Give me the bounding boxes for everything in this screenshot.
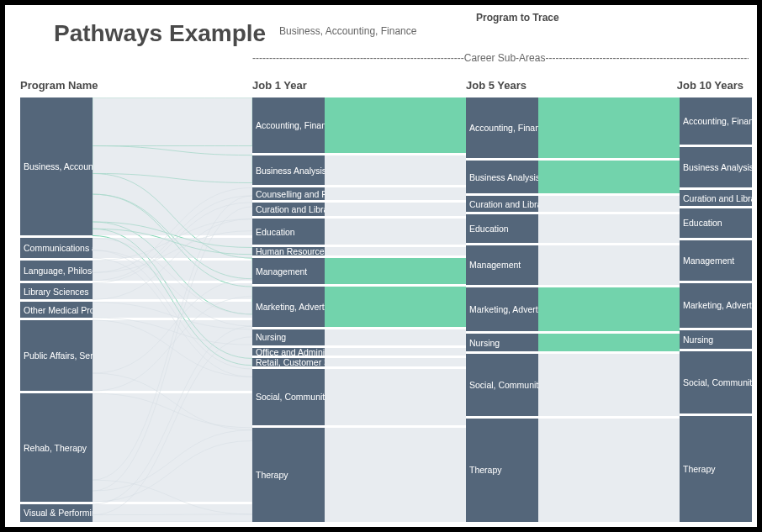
sankey-node[interactable]: Accounting, Finance xyxy=(680,97,752,145)
sankey-node[interactable]: Counselling and Psy xyxy=(252,187,325,199)
sankey-flow xyxy=(538,97,680,158)
sankey-node[interactable]: Social, Community a xyxy=(680,351,752,414)
sankey-flow xyxy=(325,428,466,522)
sankey-node[interactable]: Curation and Library xyxy=(680,190,752,206)
column-header: Program Name xyxy=(20,79,98,92)
sankey-flow xyxy=(538,196,680,211)
sankey-node[interactable]: Nursing xyxy=(466,334,538,351)
sankey-flow xyxy=(93,393,252,502)
trace-label: Program to Trace xyxy=(476,12,559,24)
sankey-flow xyxy=(93,97,252,235)
sankey-flow xyxy=(93,238,252,258)
sankey-flow xyxy=(93,261,252,281)
sankey-flow xyxy=(538,287,680,331)
sankey-node[interactable]: Marketing, Advertisi xyxy=(680,283,752,328)
sankey-flow xyxy=(325,369,466,425)
sankey-node[interactable]: Accounting, Finance xyxy=(252,97,325,153)
sankey-flow xyxy=(538,245,680,285)
sankey-node[interactable]: Education xyxy=(466,214,538,243)
sankey-node[interactable]: Marketing, Advertisi xyxy=(466,287,538,331)
sankey-node[interactable]: Other Medical Profe xyxy=(20,302,93,317)
sankey-flow xyxy=(538,214,680,243)
sankey-flow xyxy=(325,287,466,327)
sankey-node[interactable]: Business, Accountin xyxy=(20,97,93,235)
sankey-node[interactable]: Management xyxy=(466,245,538,285)
sankey-flow xyxy=(538,419,680,522)
sankey-node[interactable]: Business Analysis, O xyxy=(680,147,752,187)
sankey-node[interactable]: Retail, Customer Se xyxy=(252,358,325,366)
sankey-flow xyxy=(93,504,252,522)
sankey-stage-1: Accounting, FinanceBusiness Analysis, OC… xyxy=(252,97,466,522)
sankey-node[interactable]: Nursing xyxy=(252,329,325,345)
sankey-node[interactable]: Rehab, Therapy xyxy=(20,393,93,502)
sankey-node[interactable]: Social, Community a xyxy=(252,369,325,425)
sankey-node[interactable]: Therapy xyxy=(466,419,538,522)
sankey-flow xyxy=(93,320,252,391)
sankey-stage-2: Accounting, FinanceBusiness Analysis, OC… xyxy=(466,97,680,522)
sankey-flow xyxy=(325,348,466,356)
sankey-node[interactable]: Communications an xyxy=(20,238,93,258)
sub-areas-header: ----------------------------------------… xyxy=(252,52,749,64)
trace-value[interactable]: Business, Accounting, Finance xyxy=(279,25,416,37)
column-header: Job 1 Year xyxy=(252,79,307,92)
sankey-flow xyxy=(325,203,466,217)
sankey-flow xyxy=(538,334,680,351)
sankey-node[interactable]: Nursing xyxy=(680,330,752,348)
sankey-node[interactable]: Management xyxy=(680,240,752,281)
sankey-node[interactable]: Therapy xyxy=(252,428,325,522)
column-header: Job 5 Years xyxy=(466,79,527,92)
sankey-node[interactable]: Education xyxy=(252,219,325,245)
sankey-node[interactable]: Social, Community a xyxy=(466,354,538,415)
sankey-node[interactable]: Public Affairs, Servic xyxy=(20,320,93,391)
sankey-node[interactable]: Business Analysis, O xyxy=(466,161,538,193)
sankey-flow xyxy=(325,247,466,255)
sankey-node[interactable]: Education xyxy=(680,208,752,238)
sankey-node[interactable]: Therapy xyxy=(680,416,752,522)
sankey-node[interactable]: Visual & Performing xyxy=(20,504,93,522)
sankey-node[interactable]: Business Analysis, O xyxy=(252,155,325,186)
sankey-flow xyxy=(538,354,680,415)
sankey-node[interactable]: Human Resources xyxy=(252,247,325,255)
sankey-node[interactable]: Curation and Library xyxy=(252,203,325,217)
sankey-flow xyxy=(325,97,466,153)
sankey-stage-3: Accounting, FinanceBusiness Analysis, OC… xyxy=(680,97,752,522)
sankey-node[interactable]: Curation and Library xyxy=(466,196,538,211)
sankey-node[interactable]: Language, Philosoph xyxy=(20,261,93,281)
sankey-stage-0: Business, AccountinCommunications anLang… xyxy=(20,97,252,522)
sankey-node[interactable]: Management xyxy=(252,258,325,284)
page-title: Pathways Example xyxy=(54,20,266,47)
sankey-node[interactable]: Marketing, Advertisi xyxy=(252,287,325,327)
sankey-flow xyxy=(538,161,680,193)
sankey-node[interactable]: Office and Administ xyxy=(252,348,325,356)
sankey-flow xyxy=(325,358,466,366)
sankey-flow xyxy=(93,283,252,300)
sankey-flow xyxy=(325,219,466,245)
sankey-flow xyxy=(325,329,466,345)
column-header: Job 10 Years xyxy=(677,79,743,92)
sankey-node[interactable]: Accounting, Finance xyxy=(466,97,538,158)
sankey-flow xyxy=(93,302,252,317)
sankey-flow xyxy=(325,155,466,186)
sankey-node[interactable]: Library Sciences xyxy=(20,283,93,300)
sankey-flow xyxy=(325,258,466,284)
sankey-flow xyxy=(325,187,466,199)
